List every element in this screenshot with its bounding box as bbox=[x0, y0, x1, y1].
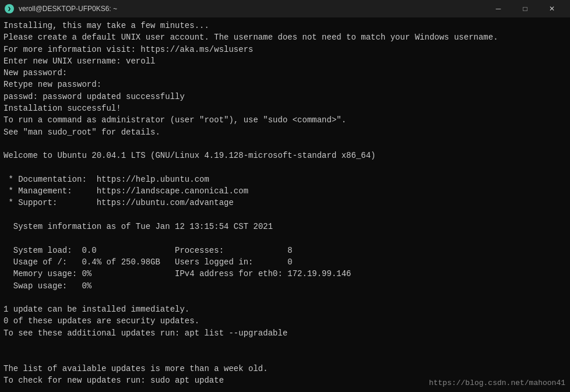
minimize-button[interactable]: ─ bbox=[485, 0, 512, 17]
app-icon: ❯ bbox=[5, 4, 14, 13]
watermark: https://blog.csdn.net/mahoon41 bbox=[429, 378, 565, 389]
close-button[interactable]: ✕ bbox=[539, 0, 565, 17]
window-controls: ─ □ ✕ bbox=[485, 0, 565, 17]
title-bar-left: ❯ veroll@DESKTOP-UFP0KS6: ~ bbox=[5, 4, 117, 13]
window-title: veroll@DESKTOP-UFP0KS6: ~ bbox=[19, 5, 117, 13]
terminal-content: Installing, this may take a few minutes.… bbox=[3, 20, 567, 392]
maximize-button[interactable]: □ bbox=[512, 0, 539, 17]
title-bar: ❯ veroll@DESKTOP-UFP0KS6: ~ ─ □ ✕ bbox=[0, 0, 570, 17]
terminal-window[interactable]: Installing, this may take a few minutes.… bbox=[0, 17, 570, 392]
